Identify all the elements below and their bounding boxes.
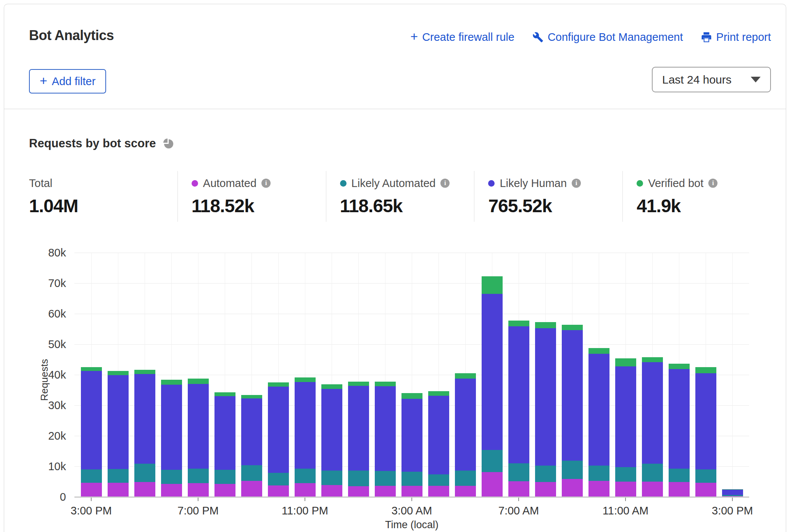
print-report-link[interactable]: Print report	[701, 31, 771, 44]
bar-300pm[interactable]	[722, 489, 743, 497]
segment-likely-automated	[535, 466, 556, 482]
bot-analytics-page: Bot Analytics + Create firewall rule Con…	[0, 0, 790, 532]
segment-automated	[615, 482, 636, 497]
bar-1200am[interactable]	[321, 384, 342, 497]
x-tick-mark	[518, 498, 519, 501]
bar-500pm[interactable]	[134, 370, 155, 497]
x-tick-label: 7:00 PM	[156, 505, 240, 517]
segment-automated	[81, 483, 102, 497]
segment-automated	[321, 485, 342, 497]
stat-likely-human-label: Likely Human	[500, 177, 567, 190]
time-range-dropdown[interactable]: Last 24 hours	[652, 67, 771, 92]
segment-verified-bot	[161, 380, 182, 385]
bar-600pm[interactable]	[161, 380, 182, 497]
stat-likely-human-value: 765.52k	[488, 195, 622, 216]
bar-200am[interactable]	[375, 382, 396, 497]
info-icon[interactable]: i	[261, 179, 271, 188]
segment-likely-automated	[428, 474, 449, 486]
segment-likely-automated	[642, 464, 663, 482]
segment-likely-human	[428, 396, 449, 474]
time-range-value: Last 24 hours	[662, 73, 732, 86]
segment-likely-human	[588, 354, 609, 466]
header-actions: + Create firewall rule Configure Bot Man…	[410, 31, 771, 44]
segment-automated	[535, 482, 556, 497]
segment-automated	[214, 484, 235, 497]
y-tick-label: 80k	[0, 247, 66, 259]
bar-100pm[interactable]	[669, 364, 690, 497]
bar-300am[interactable]	[401, 393, 422, 497]
create-firewall-rule-link[interactable]: + Create firewall rule	[410, 31, 514, 44]
segment-verified-bot	[134, 370, 155, 374]
bar-200pm[interactable]	[695, 367, 716, 497]
segment-likely-automated	[482, 450, 503, 472]
stat-total: Total 1.04M	[29, 171, 177, 222]
plus-icon: +	[40, 74, 47, 87]
segment-automated	[348, 486, 369, 497]
stat-verified-bot-value: 41.9k	[637, 195, 771, 216]
bar-400pm[interactable]	[108, 371, 129, 497]
bar-800pm[interactable]	[214, 392, 235, 497]
y-tick-label: 70k	[0, 277, 66, 290]
x-tick-mark	[91, 498, 92, 501]
segment-likely-automated	[134, 464, 155, 482]
segment-likely-automated	[108, 469, 129, 483]
x-axis-title: Time (local)	[74, 519, 749, 531]
info-icon[interactable]: i	[708, 179, 717, 188]
segment-automated	[428, 486, 449, 497]
add-filter-button[interactable]: + Add filter	[29, 69, 106, 94]
segment-likely-automated	[214, 470, 235, 484]
segment-likely-human	[482, 294, 503, 450]
bar-100am[interactable]	[348, 382, 369, 497]
y-tick-label: 50k	[0, 338, 66, 351]
stat-automated: Automated i 118.52k	[177, 171, 326, 222]
bar-700pm[interactable]	[188, 379, 209, 497]
segment-verified-bot	[214, 392, 235, 396]
segment-likely-automated	[401, 472, 422, 486]
segment-verified-bot	[508, 321, 529, 326]
stat-likely-automated: Likely Automated i 118.65k	[326, 171, 474, 222]
segment-verified-bot	[295, 377, 316, 382]
header-divider	[4, 109, 786, 109]
stat-likely-automated-value: 118.65k	[340, 195, 474, 216]
gridline-v	[732, 253, 733, 497]
bar-700am[interactable]	[508, 321, 529, 497]
segment-verified-bot	[241, 395, 262, 398]
bar-600am[interactable]	[482, 276, 503, 497]
pie-chart-icon	[163, 139, 173, 148]
create-firewall-rule-label: Create firewall rule	[422, 31, 514, 44]
page-title: Bot Analytics	[29, 27, 114, 44]
bar-400am[interactable]	[428, 391, 449, 497]
segment-automated	[455, 486, 476, 497]
segment-likely-human	[669, 369, 690, 469]
segment-likely-human	[615, 366, 636, 467]
segment-likely-human	[642, 362, 663, 464]
info-icon[interactable]: i	[572, 179, 581, 188]
x-tick-label: 3:00 PM	[690, 505, 774, 517]
x-tick-label: 7:00 AM	[477, 505, 561, 517]
segment-likely-human	[401, 399, 422, 472]
bar-1000am[interactable]	[588, 348, 609, 497]
segment-verified-bot	[482, 276, 503, 294]
segment-likely-human	[562, 330, 583, 461]
bar-900pm[interactable]	[241, 395, 262, 497]
bar-1100pm[interactable]	[295, 377, 316, 497]
bar-500am[interactable]	[455, 373, 476, 497]
configure-bot-management-link[interactable]: Configure Bot Management	[532, 31, 683, 44]
y-tick-label: 40k	[0, 369, 66, 381]
bar-800am[interactable]	[535, 322, 556, 497]
bar-300pm[interactable]	[81, 367, 102, 497]
info-icon[interactable]: i	[440, 179, 450, 188]
segment-likely-automated	[562, 461, 583, 479]
segment-likely-human	[348, 386, 369, 471]
stat-automated-label: Automated	[203, 177, 256, 190]
x-tick-mark	[732, 498, 733, 501]
segment-automated	[669, 482, 690, 497]
bar-1200pm[interactable]	[642, 357, 663, 497]
segment-likely-automated	[695, 469, 716, 483]
bar-1100am[interactable]	[615, 358, 636, 497]
bar-900am[interactable]	[562, 325, 583, 497]
segment-likely-human	[188, 384, 209, 469]
segment-likely-automated	[615, 467, 636, 482]
bar-1000pm[interactable]	[268, 382, 289, 497]
segment-likely-human	[161, 385, 182, 469]
